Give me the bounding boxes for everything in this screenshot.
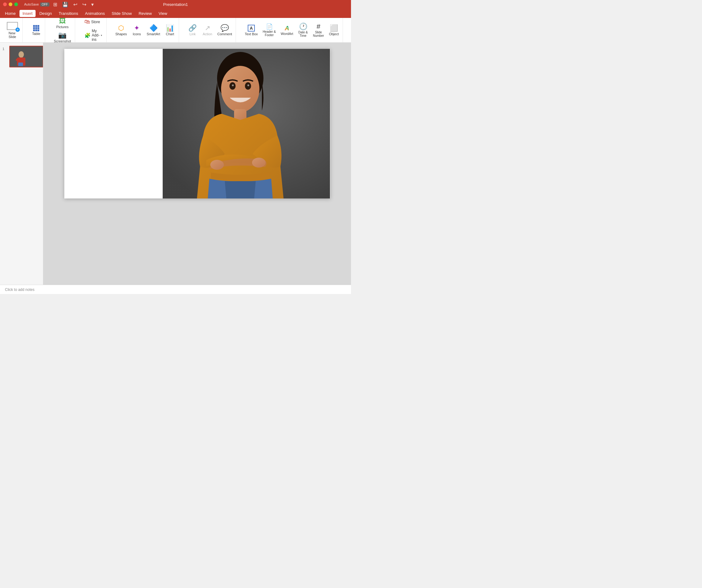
table-icon bbox=[33, 25, 39, 31]
ribbon-group-text: A Text Box 📄 Header &Footer A WordArt 🕐 … bbox=[241, 18, 343, 42]
store-button[interactable]: 🛍 Store bbox=[82, 18, 105, 26]
screenshot-label: Screenshot bbox=[54, 39, 71, 43]
sidebar-toggle-icon[interactable]: ⊞ bbox=[52, 1, 58, 8]
slide-canvas[interactable] bbox=[64, 49, 330, 198]
comment-button[interactable]: 💬 Comment bbox=[216, 23, 234, 37]
new-slide-button[interactable]: NewSlide bbox=[4, 21, 20, 40]
my-addins-button[interactable]: 🧩 My Add-ins ▾ bbox=[82, 27, 105, 43]
slide-white-area bbox=[64, 49, 163, 198]
slide-thumbnail-container: 1 bbox=[2, 46, 40, 67]
photo-background bbox=[163, 49, 330, 198]
equation-button[interactable]: π Equation bbox=[350, 23, 351, 37]
menu-bar: Home Insert Design Transitions Animation… bbox=[0, 9, 351, 18]
chart-icon: 📊 bbox=[166, 25, 174, 31]
link-icon: 🔗 bbox=[188, 25, 197, 31]
close-button[interactable] bbox=[3, 2, 7, 6]
autosave-label: AutoSave bbox=[24, 2, 39, 6]
redo-icon[interactable]: ↪ bbox=[81, 1, 88, 8]
icons-label: Icons bbox=[133, 32, 141, 36]
datetime-icon: 🕐 bbox=[299, 23, 308, 30]
save-icon[interactable]: 💾 bbox=[61, 1, 70, 8]
header-footer-label: Header &Footer bbox=[263, 30, 276, 37]
menu-slide-show[interactable]: Slide Show bbox=[109, 10, 135, 17]
new-slide-label: NewSlide bbox=[9, 31, 16, 39]
main-slide-area bbox=[43, 43, 351, 285]
menu-home[interactable]: Home bbox=[2, 10, 19, 17]
menu-transitions[interactable]: Transitions bbox=[56, 10, 81, 17]
smartart-label: SmartArt bbox=[147, 32, 160, 36]
store-label: Store bbox=[91, 20, 100, 24]
my-addins-icon: 🧩 bbox=[85, 32, 91, 38]
datetime-button[interactable]: 🕐 Date &Time bbox=[296, 22, 310, 39]
svg-rect-3 bbox=[16, 59, 25, 61]
undo-icon[interactable]: ↩ bbox=[72, 1, 79, 8]
smartart-icon: 🔷 bbox=[149, 25, 158, 31]
comment-icon: 💬 bbox=[221, 25, 229, 31]
my-addins-arrow-icon: ▾ bbox=[101, 34, 102, 37]
icons-button[interactable]: ✦ Icons bbox=[130, 23, 143, 37]
textbox-icon: A bbox=[248, 25, 254, 31]
action-icon: ↗ bbox=[205, 25, 210, 31]
table-label: Table bbox=[32, 32, 40, 35]
ribbon-group-illustrations: ⬡ Shapes ✦ Icons 🔷 SmartArt 📊 Chart bbox=[112, 18, 179, 42]
title-bar-left: AutoSave OFF ⊞ 💾 ↩ ↪ ▾ bbox=[24, 1, 95, 8]
window-title: Presentation1 bbox=[163, 2, 188, 7]
photo-svg bbox=[163, 49, 330, 198]
textbox-button[interactable]: A Text Box bbox=[243, 22, 259, 39]
svg-point-8 bbox=[221, 66, 259, 112]
ribbon-group-symbols: π Equation Ω Symbo... bbox=[348, 18, 351, 42]
traffic-lights bbox=[3, 2, 18, 6]
svg-rect-4 bbox=[18, 62, 23, 66]
menu-view[interactable]: View bbox=[155, 10, 170, 17]
header-footer-icon: 📄 bbox=[266, 24, 273, 29]
autosave-control: AutoSave OFF bbox=[24, 2, 49, 6]
chart-label: Chart bbox=[166, 32, 174, 36]
menu-design[interactable]: Design bbox=[36, 10, 55, 17]
thumbnail-svg bbox=[10, 46, 43, 67]
slide-number-label: SlideNumber bbox=[313, 31, 324, 37]
menu-insert[interactable]: Insert bbox=[19, 10, 36, 17]
wordart-button[interactable]: A WordArt bbox=[279, 22, 295, 39]
smartart-button[interactable]: 🔷 SmartArt bbox=[145, 23, 162, 37]
shapes-icon: ⬡ bbox=[118, 25, 124, 31]
link-button[interactable]: 🔗 Link bbox=[186, 23, 200, 37]
slide-thumb-image bbox=[10, 46, 43, 67]
ribbon-group-links: 🔗 Link ↗ Action 💬 Comment bbox=[184, 18, 236, 42]
svg-rect-0 bbox=[10, 46, 43, 67]
comment-label: Comment bbox=[217, 32, 232, 36]
action-label: Action bbox=[203, 32, 212, 36]
action-button[interactable]: ↗ Action bbox=[201, 23, 214, 37]
slide-number-button[interactable]: # SlideNumber bbox=[311, 22, 326, 39]
ribbon-group-table: Table bbox=[27, 18, 45, 42]
slide-number-icon: # bbox=[317, 23, 320, 30]
svg-point-11 bbox=[232, 85, 234, 86]
ribbon-group-images: 🖼 Pictures 📷 Screenshot bbox=[50, 18, 75, 42]
pictures-button[interactable]: 🖼 Pictures bbox=[54, 18, 71, 30]
shapes-button[interactable]: ⬡ Shapes bbox=[114, 23, 129, 37]
more-icon[interactable]: ▾ bbox=[90, 1, 95, 8]
menu-animations[interactable]: Animations bbox=[82, 10, 108, 17]
ribbon-group-addins: 🛍 Store 🧩 My Add-ins ▾ bbox=[80, 18, 107, 42]
screenshot-button[interactable]: 📷 Screenshot bbox=[52, 31, 73, 43]
svg-point-1 bbox=[19, 51, 24, 58]
slide-panel: 1 bbox=[0, 43, 43, 285]
notes-bar[interactable]: Click to add notes bbox=[0, 285, 351, 294]
object-button[interactable]: ⬜ Object bbox=[327, 22, 341, 39]
table-button[interactable]: Table bbox=[29, 24, 43, 37]
new-slide-icon bbox=[7, 22, 18, 30]
title-bar: AutoSave OFF ⊞ 💾 ↩ ↪ ▾ Presentation1 bbox=[0, 0, 351, 9]
screenshot-icon: 📷 bbox=[58, 32, 67, 39]
minimize-button[interactable] bbox=[9, 2, 12, 6]
maximize-button[interactable] bbox=[14, 2, 18, 6]
my-addins-label: My Add-ins bbox=[92, 29, 100, 42]
chart-button[interactable]: 📊 Chart bbox=[163, 23, 177, 37]
datetime-label: Date &Time bbox=[299, 31, 308, 37]
slide-thumbnail[interactable] bbox=[9, 46, 43, 67]
menu-review[interactable]: Review bbox=[135, 10, 155, 17]
ribbon-group-slide: NewSlide bbox=[2, 18, 23, 42]
autosave-badge[interactable]: OFF bbox=[40, 2, 49, 6]
header-footer-button[interactable]: 📄 Header &Footer bbox=[261, 22, 278, 39]
slide-number-label: 1 bbox=[2, 47, 7, 51]
ribbon: NewSlide Table 🖼 Pictures 📷 Screenshot bbox=[0, 18, 351, 43]
svg-point-14 bbox=[252, 158, 266, 168]
